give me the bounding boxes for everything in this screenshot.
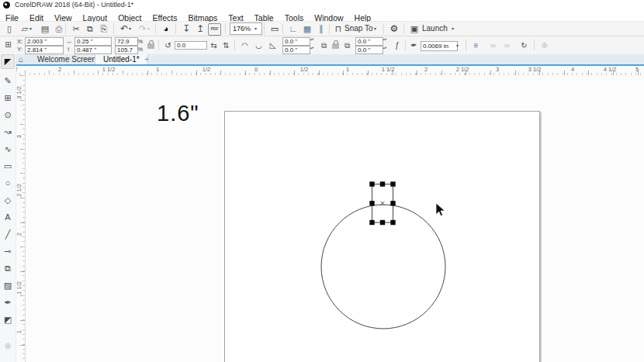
text-tool[interactable]: A [1,210,15,225]
new-document-button[interactable]: ▯ [3,22,16,35]
launch-button[interactable]: Launch [422,24,448,33]
document-tab-strip: ⌂ Welcome Screen Untitled-1* + [0,54,644,64]
show-grid-button[interactable]: ▦ [301,22,313,35]
rectangle-tool[interactable]: ▭ [1,159,15,174]
connector-tool[interactable]: ⊸ [1,244,15,259]
freehand-tool[interactable]: ↝ [1,125,15,140]
spinner-icon[interactable]: ▴▾ [309,37,315,46]
copy-button[interactable]: ⧉ [84,22,96,35]
outline-width-field[interactable]: 0.0069 in [421,41,458,51]
show-rulers-button[interactable]: ∟ [287,22,299,35]
spinner-icon[interactable]: ▴▾ [382,37,388,46]
mirror-horizontal-button[interactable]: ⇆ [208,40,220,51]
snap-to-dropdown-icon[interactable]: ▾ [374,26,376,31]
drawing-canvas[interactable]: 1.6" [26,75,644,362]
link-button[interactable]: ∞ [487,40,499,51]
publish-pdf-button[interactable]: PDF [208,23,221,36]
standard-toolbar: ▯ ▱ ▾ ▤ ⎙ ✂ ⧉ ⎘ ↶ ▾ ↷ ▾ ◕ ↧ ↥ PDF 176% ▾… [0,22,644,36]
rotation-angle-field[interactable]: 0.0 [175,41,207,50]
launch-dropdown-icon[interactable]: ▾ [452,26,454,31]
eyedropper-tool[interactable]: ✒ [1,295,15,310]
cut-button[interactable]: ✂ [70,22,82,35]
launch-icon[interactable]: ▣ [408,22,421,35]
tab-untitled-1[interactable]: Untitled-1* [95,54,148,64]
zoom-level-dropdown-icon[interactable]: ▾ [254,26,257,31]
snap-to-button[interactable]: Snap To [345,24,373,33]
print-button[interactable]: ⎙ [53,22,65,35]
corner-radius-field[interactable]: 0.0 " [355,46,383,54]
paste-button[interactable]: ⎘ [98,22,110,35]
shape-tool[interactable]: ✎ [1,74,15,88]
object-width-field[interactable]: 0.25 " [74,37,112,46]
interactive-fill-tool[interactable]: ◩ [1,312,15,327]
corner-radius-field[interactable]: 0.0 " [282,37,310,46]
customize-toolbox-button[interactable]: ⊕ [1,339,15,353]
page[interactable] [224,111,540,362]
pick-tool[interactable]: ◤ [1,54,15,69]
new-tab-button[interactable]: + [144,54,149,64]
window-title: CorelDRAW 2018 (64-Bit) - Untitled-1* [15,1,133,9]
export-button[interactable]: ↥ [194,22,206,35]
open-dropdown-icon[interactable]: ▾ [29,26,32,31]
x-label: X: [17,38,23,45]
relative-corners-icon[interactable]: ⧉ [318,40,330,51]
options-gear-icon[interactable]: ⚙ [388,22,400,35]
save-button[interactable]: ▤ [39,22,51,35]
outline-width-dropdown-icon[interactable]: ▾ [456,43,459,48]
tab-welcome-screen[interactable]: Welcome Screen [29,54,104,64]
link-button[interactable]: ∞ [501,40,513,51]
round-corner-button[interactable]: ◠ [239,40,251,51]
ruler-label: 1 1/2 [16,281,23,295]
toolbar-separator [234,40,235,50]
add-property-button[interactable]: ⊕ [538,40,550,51]
ellipse-tool[interactable]: ○ [1,176,15,191]
ruler-label: 2 [424,66,428,73]
drop-shadow-tool[interactable]: ⧉ [1,261,15,276]
mirror-vertical-button[interactable]: ⇅ [220,40,232,51]
toolbar-separator [264,23,265,34]
object-height-field[interactable]: 0.487 " [74,46,112,54]
toolbar-separator [405,40,406,50]
title-bar: CorelDRAW 2018 (64-Bit) - Untitled-1* [0,0,644,10]
fullscreen-preview-button[interactable]: ▭ [268,22,281,35]
artistic-media-tool[interactable]: ∿ [1,142,15,157]
corner-radius-field[interactable]: 0.0 " [355,37,383,46]
outline-pen-icon: ✒ [408,40,420,51]
undo-dropdown-icon[interactable]: ▾ [129,26,131,31]
scalloped-corner-button[interactable]: ◡ [253,40,265,51]
zoom-level-combo[interactable]: 176% [230,22,262,35]
ruler-label: 4 1/2 [604,66,617,73]
annotation-text[interactable]: 1.6" [157,101,199,126]
convert-button[interactable]: ↻ [518,40,530,51]
zoom-tool[interactable]: ⊙ [1,108,15,122]
home-icon[interactable]: ⌂ [19,54,23,64]
vertical-ruler[interactable]: 3 1/232 1/221 1/21 [16,75,26,362]
wrap-text-button[interactable]: ≡ [470,40,482,51]
ruler-label: 2 [58,66,61,73]
snap-icon[interactable]: ⊓ [332,22,345,35]
relative-corners-icon[interactable]: ⧉ [341,40,353,51]
scale-v-field[interactable]: 105.7 [115,46,138,54]
ruler-label: 0 [254,66,258,73]
dimension-tool[interactable]: ╱ [1,227,15,242]
x-position-field[interactable]: 2.003 " [25,37,64,46]
corner-radius-field[interactable]: 0.0 " [282,46,310,54]
lock-ratio-icon[interactable] [147,43,154,49]
polygon-tool[interactable]: ◇ [1,193,15,208]
import-button[interactable]: ↧ [180,22,192,35]
ruler-label: 3 [16,135,23,138]
rotation-icon: ↺ [162,40,174,51]
fillet-icon[interactable]: ƒ [391,40,403,51]
show-guidelines-button[interactable]: ∥ [315,22,327,35]
transparency-tool[interactable]: ▨ [1,278,15,293]
spinner-icon[interactable]: ▴▾ [382,46,388,54]
chamfered-corner-button[interactable]: ◺ [267,40,279,51]
toolbar-separator [466,40,466,50]
spinner-icon[interactable]: ▴▾ [309,46,315,54]
edit-corners-together-icon[interactable] [332,43,339,49]
y-position-field[interactable]: 2.814 " [25,46,64,54]
toolbar-separator [383,23,384,34]
search-content-button[interactable]: ◕ [160,22,172,35]
crop-tool[interactable]: ⊞ [1,91,15,105]
scale-h-field[interactable]: 72.9 [115,37,138,46]
